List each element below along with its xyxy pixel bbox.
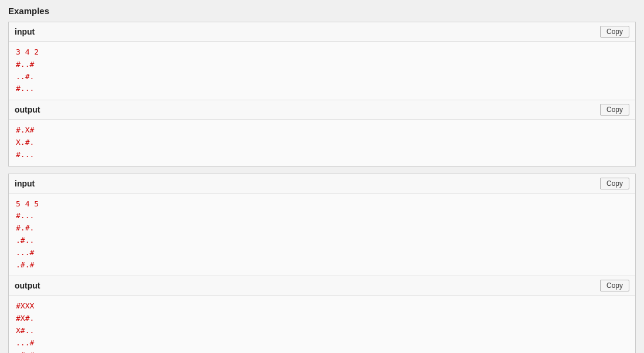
- output-section-1: outputCopy#.X# X.#. #...: [9, 100, 635, 165]
- input-label-1: input: [15, 27, 35, 36]
- output-copy-button-1[interactable]: Copy: [600, 104, 629, 116]
- input-header-1: inputCopy: [9, 22, 635, 42]
- input-copy-button-1[interactable]: Copy: [600, 26, 629, 38]
- output-code-1: #.X# X.#. #...: [9, 120, 635, 165]
- output-copy-button-2[interactable]: Copy: [600, 280, 629, 291]
- input-copy-button-2[interactable]: Copy: [600, 178, 629, 189]
- output-label-1: output: [15, 105, 40, 114]
- page-title: Examples: [8, 6, 636, 16]
- input-label-2: input: [15, 179, 35, 188]
- output-section-2: outputCopy#XXX #X#. X#.. ...# .#.#: [9, 276, 635, 353]
- output-header-2: outputCopy: [9, 276, 635, 296]
- example-group-2: inputCopy5 4 5 #... #.#. .#.. ...# .#.#o…: [8, 174, 636, 353]
- input-header-2: inputCopy: [9, 174, 635, 194]
- output-header-1: outputCopy: [9, 100, 635, 120]
- output-label-2: output: [15, 281, 40, 290]
- input-code-2: 5 4 5 #... #.#. .#.. ...# .#.#: [9, 194, 635, 276]
- example-group-1: inputCopy3 4 2 #..# ..#. #...outputCopy#…: [8, 22, 636, 167]
- output-code-2: #XXX #X#. X#.. ...# .#.#: [9, 296, 635, 353]
- input-code-1: 3 4 2 #..# ..#. #...: [9, 42, 635, 100]
